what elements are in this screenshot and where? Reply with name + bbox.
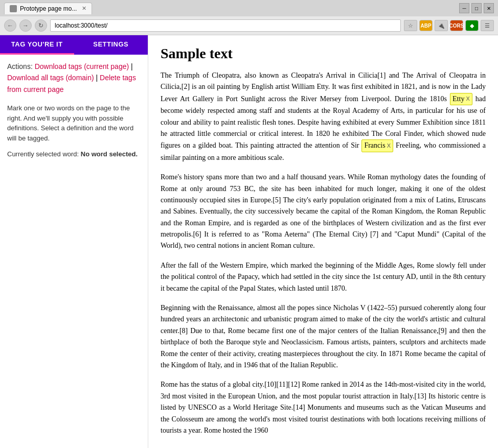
sidebar-content: Actions: Download tags (current page) | … <box>0 55 148 164</box>
p1-text-before-tag1: The Triumph of Cleopatra, also known as … <box>161 72 486 103</box>
tab-close-button[interactable]: ✕ <box>82 5 86 12</box>
paragraph-1: The Triumph of Cleopatra, also known as … <box>161 70 486 163</box>
menu-icon[interactable]: ☰ <box>481 20 494 31</box>
tag-chip-francis: Francis X <box>361 139 393 152</box>
browser-chrome: Prototype page mo... ✕ ─ □ ✕ ← → ↻ ☆ ABP… <box>0 0 498 35</box>
selected-label: Currently selected word: <box>7 150 79 158</box>
bookmark-icon[interactable]: ☆ <box>404 20 417 31</box>
minimize-button[interactable]: ─ <box>459 3 469 13</box>
paragraph-5: Rome has the status of a global city.[10… <box>161 379 486 436</box>
tag-francis-text: Francis <box>364 140 385 151</box>
maximize-button[interactable]: □ <box>471 3 482 13</box>
download-all-tags-link[interactable]: Download all tags (domain) <box>7 74 94 82</box>
extension1-icon[interactable]: 🔌 <box>435 20 448 31</box>
tag-chip-etty: Etty X <box>450 93 472 105</box>
separator2: | <box>96 74 98 82</box>
actions-label: Actions: <box>7 62 33 70</box>
sidebar-description: Mark one or two words on the page to the… <box>7 103 141 143</box>
paragraph-3: After the fall of the Western Empire, wh… <box>161 260 486 294</box>
back-button[interactable]: ← <box>4 19 16 32</box>
tab-settings[interactable]: SETTINGS <box>74 35 148 55</box>
sidebar-actions: Actions: Download tags (current page) | … <box>7 61 141 95</box>
tag-etty-remove-button[interactable]: X <box>466 95 469 104</box>
title-bar: Prototype page mo... ✕ ─ □ ✕ <box>0 0 498 16</box>
tag-francis-remove-button[interactable]: X <box>387 142 391 151</box>
browser-tab[interactable]: Prototype page mo... ✕ <box>4 3 92 14</box>
cors-icon[interactable]: CORS <box>450 20 463 31</box>
window-controls: ─ □ ✕ <box>459 3 494 13</box>
browser-nav-icons: ☆ ABP 🔌 CORS ◆ ☰ <box>404 20 494 31</box>
address-bar[interactable] <box>50 19 401 32</box>
paragraph-4: Beginning with the Renaissance, almost a… <box>161 302 486 371</box>
tab-favicon <box>10 5 17 12</box>
nav-bar: ← → ↻ ☆ ABP 🔌 CORS ◆ ☰ <box>0 16 498 35</box>
extension2-icon[interactable]: ◆ <box>465 20 479 31</box>
tab-title: Prototype page mo... <box>20 5 77 12</box>
tab-tag-youre-it[interactable]: TAG YOU'RE IT <box>0 35 74 55</box>
tag-etty-text: Etty <box>452 93 464 105</box>
content-area[interactable]: Sample text The Triumph of Cleopatra, al… <box>148 35 498 448</box>
content-text: The Triumph of Cleopatra, also known as … <box>161 70 486 436</box>
main-container: TAG YOU'RE IT SETTINGS Actions: Download… <box>0 35 498 448</box>
download-current-page-link[interactable]: Download tags (current page) <box>35 62 129 70</box>
page-title: Sample text <box>161 45 486 62</box>
separator1: | <box>131 62 133 70</box>
forward-button[interactable]: → <box>19 19 32 32</box>
sidebar: TAG YOU'RE IT SETTINGS Actions: Download… <box>0 35 148 448</box>
sidebar-header: TAG YOU'RE IT SETTINGS <box>0 35 148 55</box>
close-window-button[interactable]: ✕ <box>484 3 494 13</box>
paragraph-2: Rome's history spans more than two and a… <box>161 172 486 252</box>
selected-value: No word selected. <box>81 150 138 158</box>
selected-word-display: Currently selected word: No word selecte… <box>7 150 141 158</box>
adblock-icon[interactable]: ABP <box>419 20 433 31</box>
reload-button[interactable]: ↻ <box>35 19 47 32</box>
